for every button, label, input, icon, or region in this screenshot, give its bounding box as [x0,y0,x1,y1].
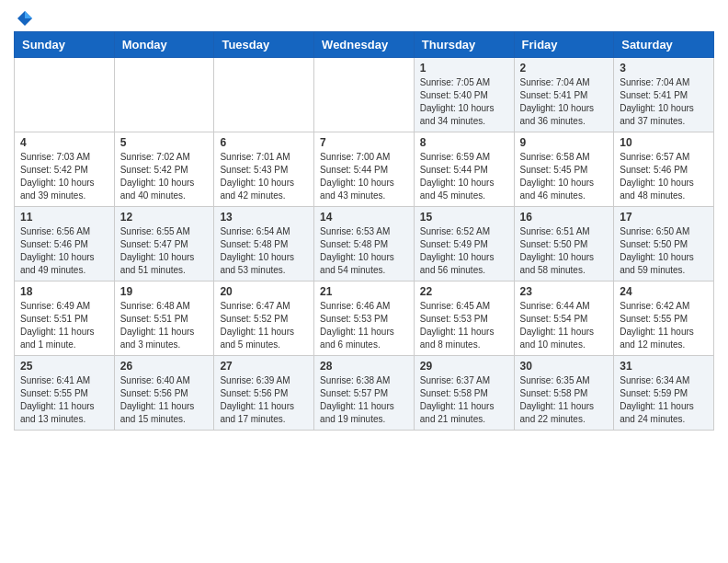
calendar-day-cell: 20Sunrise: 6:47 AMSunset: 5:52 PMDayligh… [214,282,314,356]
calendar-day-cell: 5Sunrise: 7:02 AMSunset: 5:42 PMDaylight… [114,132,214,207]
calendar-day-cell: 21Sunrise: 6:46 AMSunset: 5:53 PMDayligh… [314,282,415,356]
day-info: Sunrise: 7:00 AMSunset: 5:44 PMDaylight:… [320,151,408,202]
day-info: Sunrise: 6:50 AMSunset: 5:50 PMDaylight:… [620,225,708,277]
calendar-day-cell: 30Sunrise: 6:35 AMSunset: 5:58 PMDayligh… [514,356,614,431]
day-number: 3 [620,62,708,75]
day-info: Sunrise: 6:40 AMSunset: 5:56 PMDaylight:… [120,374,209,426]
logo-icon [16,9,34,28]
calendar-day-cell: 17Sunrise: 6:50 AMSunset: 5:50 PMDayligh… [614,207,714,282]
day-number: 22 [420,285,508,298]
day-info: Sunrise: 6:52 AMSunset: 5:49 PMDaylight:… [420,225,508,277]
day-info: Sunrise: 7:02 AMSunset: 5:42 PMDaylight:… [120,151,209,202]
calendar-day-cell: 25Sunrise: 6:41 AMSunset: 5:55 PMDayligh… [15,356,115,431]
day-info: Sunrise: 6:45 AMSunset: 5:53 PMDaylight:… [420,300,508,351]
calendar-day-cell [114,58,214,132]
day-number: 7 [320,136,408,149]
calendar-day-cell: 2Sunrise: 7:04 AMSunset: 5:41 PMDaylight… [514,58,614,132]
calendar-day-cell: 1Sunrise: 7:05 AMSunset: 5:40 PMDaylight… [414,58,514,132]
calendar-week-row: 25Sunrise: 6:41 AMSunset: 5:55 PMDayligh… [15,356,714,431]
calendar-day-cell: 7Sunrise: 7:00 AMSunset: 5:44 PMDaylight… [314,132,415,207]
day-info: Sunrise: 6:37 AMSunset: 5:58 PMDaylight:… [420,374,508,426]
calendar-day-header: Friday [514,32,614,58]
day-number: 21 [320,285,408,298]
calendar-table: SundayMondayTuesdayWednesdayThursdayFrid… [14,31,714,431]
day-info: Sunrise: 6:58 AMSunset: 5:45 PMDaylight:… [520,151,609,202]
calendar-day-cell: 4Sunrise: 7:03 AMSunset: 5:42 PMDaylight… [15,132,115,207]
day-info: Sunrise: 6:54 AMSunset: 5:48 PMDaylight:… [220,225,308,277]
calendar-day-cell: 24Sunrise: 6:42 AMSunset: 5:55 PMDayligh… [614,282,714,356]
day-info: Sunrise: 6:44 AMSunset: 5:54 PMDaylight:… [520,300,609,351]
calendar-day-cell: 26Sunrise: 6:40 AMSunset: 5:56 PMDayligh… [114,356,214,431]
calendar-day-cell [214,58,314,132]
calendar-day-cell: 18Sunrise: 6:49 AMSunset: 5:51 PMDayligh… [15,282,115,356]
day-number: 29 [420,360,508,373]
day-number: 15 [420,211,508,224]
day-number: 20 [220,285,308,298]
day-number: 11 [20,211,108,224]
day-info: Sunrise: 6:34 AMSunset: 5:59 PMDaylight:… [620,374,708,426]
calendar-day-cell: 10Sunrise: 6:57 AMSunset: 5:46 PMDayligh… [614,132,714,207]
logo [14,9,34,24]
day-number: 24 [620,285,708,298]
calendar-day-cell: 22Sunrise: 6:45 AMSunset: 5:53 PMDayligh… [414,282,514,356]
day-number: 25 [20,360,108,373]
calendar-week-row: 4Sunrise: 7:03 AMSunset: 5:42 PMDaylight… [15,132,714,207]
calendar-day-cell: 8Sunrise: 6:59 AMSunset: 5:44 PMDaylight… [414,132,514,207]
day-number: 4 [20,136,108,149]
day-info: Sunrise: 6:53 AMSunset: 5:48 PMDaylight:… [320,225,408,277]
calendar-day-cell [15,58,115,132]
day-number: 28 [320,360,408,373]
day-info: Sunrise: 6:48 AMSunset: 5:51 PMDaylight:… [120,300,209,351]
calendar-week-row: 11Sunrise: 6:56 AMSunset: 5:46 PMDayligh… [15,207,714,282]
calendar-day-header: Sunday [15,32,115,58]
day-info: Sunrise: 7:01 AMSunset: 5:43 PMDaylight:… [220,151,308,202]
calendar-day-header: Wednesday [314,32,415,58]
calendar-day-cell: 9Sunrise: 6:58 AMSunset: 5:45 PMDaylight… [514,132,614,207]
day-info: Sunrise: 6:49 AMSunset: 5:51 PMDaylight:… [20,300,108,351]
calendar-day-header: Saturday [614,32,714,58]
day-number: 6 [220,136,308,149]
day-info: Sunrise: 6:46 AMSunset: 5:53 PMDaylight:… [320,300,408,351]
calendar-day-cell: 3Sunrise: 7:04 AMSunset: 5:41 PMDaylight… [614,58,714,132]
calendar-header-row: SundayMondayTuesdayWednesdayThursdayFrid… [15,32,714,58]
calendar-day-header: Tuesday [214,32,314,58]
day-info: Sunrise: 6:38 AMSunset: 5:57 PMDaylight:… [320,374,408,426]
day-number: 26 [120,360,209,373]
day-info: Sunrise: 6:55 AMSunset: 5:47 PMDaylight:… [120,225,209,277]
calendar-day-cell: 28Sunrise: 6:38 AMSunset: 5:57 PMDayligh… [314,356,415,431]
day-number: 14 [320,211,408,224]
day-number: 23 [520,285,609,298]
calendar-day-cell: 23Sunrise: 6:44 AMSunset: 5:54 PMDayligh… [514,282,614,356]
day-info: Sunrise: 7:03 AMSunset: 5:42 PMDaylight:… [20,151,108,202]
day-number: 8 [420,136,508,149]
calendar-day-header: Thursday [414,32,514,58]
day-info: Sunrise: 6:47 AMSunset: 5:52 PMDaylight:… [220,300,308,351]
day-number: 2 [520,62,609,75]
calendar-day-cell: 16Sunrise: 6:51 AMSunset: 5:50 PMDayligh… [514,207,614,282]
calendar-day-cell: 31Sunrise: 6:34 AMSunset: 5:59 PMDayligh… [614,356,714,431]
day-number: 1 [420,62,508,75]
day-info: Sunrise: 6:42 AMSunset: 5:55 PMDaylight:… [620,300,708,351]
day-info: Sunrise: 6:59 AMSunset: 5:44 PMDaylight:… [420,151,508,202]
page-header [14,9,714,24]
calendar-day-cell: 13Sunrise: 6:54 AMSunset: 5:48 PMDayligh… [214,207,314,282]
day-info: Sunrise: 7:05 AMSunset: 5:40 PMDaylight:… [420,76,508,128]
calendar-day-cell: 19Sunrise: 6:48 AMSunset: 5:51 PMDayligh… [114,282,214,356]
svg-marker-1 [25,11,32,18]
calendar-day-cell: 6Sunrise: 7:01 AMSunset: 5:43 PMDaylight… [214,132,314,207]
day-info: Sunrise: 7:04 AMSunset: 5:41 PMDaylight:… [520,76,609,128]
day-number: 5 [120,136,209,149]
day-number: 10 [620,136,708,149]
calendar-day-cell: 15Sunrise: 6:52 AMSunset: 5:49 PMDayligh… [414,207,514,282]
day-number: 27 [220,360,308,373]
day-info: Sunrise: 6:35 AMSunset: 5:58 PMDaylight:… [520,374,609,426]
day-number: 16 [520,211,609,224]
day-info: Sunrise: 6:51 AMSunset: 5:50 PMDaylight:… [520,225,609,277]
day-number: 17 [620,211,708,224]
calendar-day-cell [314,58,415,132]
day-number: 13 [220,211,308,224]
calendar-day-cell: 29Sunrise: 6:37 AMSunset: 5:58 PMDayligh… [414,356,514,431]
day-number: 18 [20,285,108,298]
day-info: Sunrise: 6:41 AMSunset: 5:55 PMDaylight:… [20,374,108,426]
day-number: 31 [620,360,708,373]
